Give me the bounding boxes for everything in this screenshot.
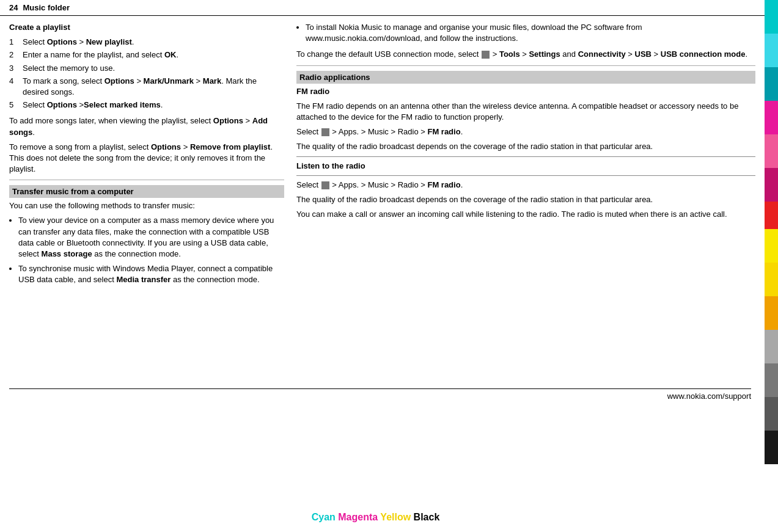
right-column: To install Nokia Music to manage and org… xyxy=(296,22,755,291)
select-label: Select Options >Select marked items. xyxy=(23,100,163,111)
color-yellow: Yellow xyxy=(380,512,411,522)
install-nokia: To install Nokia Music to manage and org… xyxy=(306,22,755,44)
swatch-cyan-1 xyxy=(765,0,778,34)
add-more-songs: To add more songs later, when viewing th… xyxy=(9,115,284,137)
section-title: Music folder xyxy=(23,3,70,12)
left-column: Create a playlist 1 Select Options > New… xyxy=(9,22,284,291)
step-2: 2 Enter a name for the playlist, and sel… xyxy=(9,49,284,60)
step-5: 5 Select Options >Select marked items. xyxy=(9,100,284,111)
listen-radio-call: You can make a call or answer an incomin… xyxy=(296,209,755,220)
transfer-bullets: To view your device on a computer as a m… xyxy=(18,215,284,285)
fm-radio-quality: The quality of the radio broadcast depen… xyxy=(296,141,755,152)
swatch-magenta-3 xyxy=(765,168,778,202)
swatch-red xyxy=(765,202,778,229)
main-content: 24 Music folder Create a playlist 1 Sele… xyxy=(0,0,765,532)
bullet-media-transfer: To synchronise music with Windows Media … xyxy=(18,263,284,285)
swatch-gray-3 xyxy=(765,397,778,431)
swatch-cyan-3 xyxy=(765,67,778,101)
page-number: 24 xyxy=(9,3,18,12)
swatch-yellow-1 xyxy=(765,229,778,263)
color-black: Black xyxy=(414,512,440,522)
step-4: 4 To mark a song, select Options > Mark/… xyxy=(9,76,284,98)
divider-3 xyxy=(296,156,755,157)
create-playlist-steps: 1 Select Options > New playlist. 2 Enter… xyxy=(9,37,284,111)
step-3: 3 Select the memory to use. xyxy=(9,63,284,74)
remove-song: To remove a song from a playlist, select… xyxy=(9,142,284,175)
bullet-mass-storage: To view your device on a computer as a m… xyxy=(18,215,284,260)
swatch-yellow-2 xyxy=(765,263,778,296)
swatch-gray-2 xyxy=(765,363,778,397)
footer: www.nokia.com/support xyxy=(9,388,751,401)
swatch-magenta-1 xyxy=(765,101,778,134)
install-nokia-bullet: To install Nokia Music to manage and org… xyxy=(306,22,755,44)
fm-radio-subheading: FM radio xyxy=(296,86,755,97)
color-swatches xyxy=(765,0,778,476)
listen-radio-select: Select > Apps. > Music > Radio > FM radi… xyxy=(296,180,755,191)
listen-radio-heading: Listen to the radio xyxy=(296,161,755,172)
swatch-cyan-2 xyxy=(765,34,778,67)
fm-radio-select: Select > Apps. > Music > Radio > FM radi… xyxy=(296,126,755,137)
swatch-magenta-2 xyxy=(765,134,778,168)
step-1: 1 Select Options > New playlist. xyxy=(9,37,284,48)
swatch-yellow-3 xyxy=(765,296,778,330)
fm-radio-desc: The FM radio depends on an antenna other… xyxy=(296,101,755,123)
divider-4 xyxy=(296,175,755,176)
radio-applications-heading: Radio applications xyxy=(296,71,755,84)
swatch-black xyxy=(765,431,778,464)
footer-url: www.nokia.com/support xyxy=(667,392,751,401)
header-bar: 24 Music folder xyxy=(0,0,765,16)
divider-2 xyxy=(296,65,755,66)
create-playlist-heading: Create a playlist xyxy=(9,23,70,32)
color-magenta: Magenta xyxy=(338,512,378,522)
divider-1 xyxy=(9,180,284,180)
usb-connection-mode: To change the default USB connection mod… xyxy=(296,49,755,60)
columns: Create a playlist 1 Select Options > New… xyxy=(0,16,765,291)
color-cyan: Cyan xyxy=(312,512,336,522)
bottom-colors: Cyan Magenta Yellow Black xyxy=(0,512,751,523)
listen-radio-quality: The quality of the radio broadcast depen… xyxy=(296,194,755,205)
swatch-gray-1 xyxy=(765,330,778,363)
transfer-intro: You can use the following methods to tra… xyxy=(9,200,284,211)
transfer-music-heading: Transfer music from a computer xyxy=(9,185,284,198)
